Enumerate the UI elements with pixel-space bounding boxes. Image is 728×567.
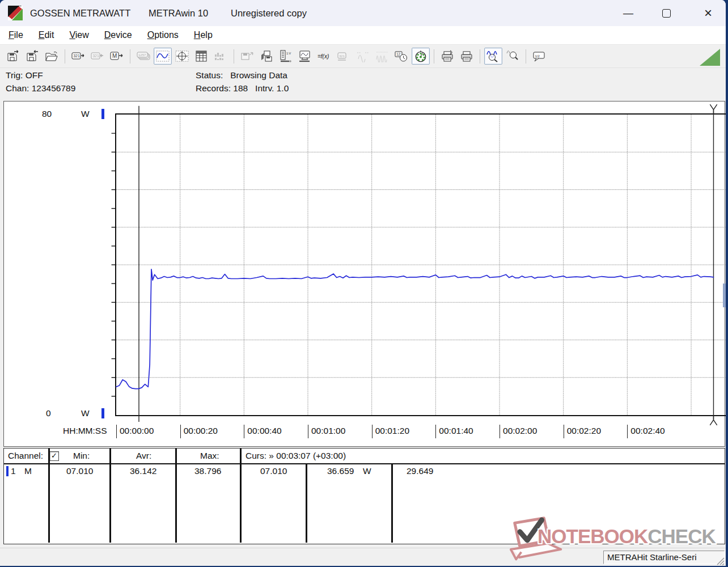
col-max: Max: xyxy=(200,451,219,461)
table-view-button[interactable] xyxy=(192,48,210,65)
wave-single-button xyxy=(354,48,372,65)
toolbar: 321321M12571:V=f(x)321121/2 xyxy=(0,45,726,68)
xy-scope-button[interactable] xyxy=(173,48,191,65)
toolbar-separator xyxy=(130,49,130,64)
svg-text:321: 321 xyxy=(339,54,345,58)
display-write-icon: 321 xyxy=(91,50,104,62)
toolbar-separator xyxy=(434,49,434,64)
min-value: 07.010 xyxy=(66,466,93,476)
device-store-button[interactable] xyxy=(257,48,276,65)
menu-edit[interactable]: Edit xyxy=(32,28,61,42)
x-axis-labels: HH:MM:SS 00:00:0000:00:2000:00:4000:01:0… xyxy=(4,425,725,439)
note-icon: 1/2 xyxy=(532,50,546,62)
target-button[interactable] xyxy=(412,48,430,65)
menu-options[interactable]: Options xyxy=(141,28,185,42)
formula-button[interactable]: =f(x) xyxy=(315,48,333,65)
trigger-status: Trig: OFF xyxy=(6,70,43,81)
cursor2-value: 36.659 xyxy=(327,466,354,476)
formula-icon: =f(x) xyxy=(318,50,331,62)
menu-device[interactable]: Device xyxy=(98,28,138,42)
close-button[interactable]: × xyxy=(695,0,721,26)
cursor-delta-value: 29.649 xyxy=(407,466,433,476)
svg-text:12: 12 xyxy=(396,52,401,56)
col-cursor: Curs: » 00:03:07 (+03:00) xyxy=(246,451,346,461)
x-tick-label: 00:02:00 xyxy=(500,425,537,438)
note-button[interactable]: 1/2 xyxy=(530,48,548,65)
svg-text:321: 321 xyxy=(92,54,99,58)
svg-text:M: M xyxy=(112,53,117,59)
minimize-button[interactable]: — xyxy=(615,0,641,26)
clock-button[interactable]: 12 xyxy=(392,48,410,65)
line-chart-button[interactable] xyxy=(154,48,172,65)
svg-text:1:V: 1:V xyxy=(286,52,291,55)
floppy-import-button[interactable] xyxy=(23,48,41,65)
folder-open-button[interactable] xyxy=(43,48,61,65)
divider xyxy=(306,464,307,543)
numeric-display-icon: 1257 xyxy=(137,50,150,62)
y-max-label: 80 xyxy=(42,109,52,119)
toolbar-separator xyxy=(526,49,526,64)
resize-grip[interactable] xyxy=(717,557,725,565)
wave-multi-icon xyxy=(375,50,389,62)
plot-area[interactable] xyxy=(115,113,726,416)
x-tick-label: 00:02:40 xyxy=(627,425,664,438)
avr-value: 36.142 xyxy=(130,466,156,476)
max-value: 38.796 xyxy=(194,466,221,476)
menu-help[interactable]: Help xyxy=(188,28,219,42)
memory-read-button[interactable]: M xyxy=(108,48,126,65)
app-logo-icon xyxy=(8,6,23,20)
channel1-power-trace xyxy=(116,269,713,389)
y-unit-label-top: W xyxy=(81,109,90,119)
floppy-export-button[interactable] xyxy=(4,48,22,65)
acquisition-status-panel: Trig: OFF Chan: 123456789 Status: Browsi… xyxy=(0,68,726,102)
toolbar-separator xyxy=(480,49,480,64)
floppy-export-icon xyxy=(6,50,20,62)
histogram-button xyxy=(211,48,230,65)
measurement-table: Channel: ✓ Min: Avr: Max: Curs: » 00:03:… xyxy=(3,448,725,544)
status-bar: METRAHit Starline-Seri xyxy=(0,548,726,566)
x-tick-label: 00:02:20 xyxy=(564,425,601,438)
print-preview-icon xyxy=(441,50,454,62)
channel-marker-bottom xyxy=(101,408,104,418)
zoom-chart-button[interactable] xyxy=(484,48,502,65)
chart-panel: 80 W 0 W HH:MM:SS 00:00:0000:00:2000:00:… xyxy=(3,101,725,447)
display-small-button: 321 xyxy=(335,48,353,65)
table-header-row: Channel: ✓ Min: Avr: Max: Curs: » 00:03:… xyxy=(4,448,725,464)
floppy-import-icon xyxy=(26,50,39,62)
col-channel: Channel: xyxy=(8,451,43,461)
maximize-button[interactable] xyxy=(653,0,679,26)
toolbar-separator xyxy=(234,49,234,64)
device-name-field: METRAHit Starline-Seri xyxy=(603,551,725,564)
channel-color-bar xyxy=(6,466,9,476)
title-bar: GOSSEN METRAWATT METRAwin 10 Unregistere… xyxy=(0,0,726,26)
export-file-icon xyxy=(240,50,254,62)
line-chart-icon xyxy=(156,50,170,62)
xy-scope-icon xyxy=(175,50,189,62)
channel-checkbox[interactable]: ✓ xyxy=(49,451,59,461)
print-preview-button[interactable] xyxy=(438,48,456,65)
display-small-icon: 321 xyxy=(337,50,350,62)
print-button[interactable] xyxy=(458,48,476,65)
power-trend-chart[interactable] xyxy=(116,115,726,415)
channel-config-icon: 1:V xyxy=(279,50,293,62)
divider xyxy=(48,448,50,543)
export-file-button xyxy=(238,48,256,65)
channel-status: Chan: 123456789 xyxy=(6,83,75,94)
numeric-display-button: 1257 xyxy=(134,48,153,65)
zoom-off-button[interactable] xyxy=(503,48,522,65)
menu-file[interactable]: File xyxy=(2,28,29,42)
cursor-2-bottom-handle xyxy=(710,415,717,425)
divider xyxy=(175,448,177,543)
table-view-icon xyxy=(194,50,208,62)
svg-text:321: 321 xyxy=(73,54,80,58)
display-read-button[interactable]: 321 xyxy=(69,48,87,65)
cursor2-unit: W xyxy=(363,466,371,476)
toolbar-separator xyxy=(65,49,65,64)
menu-view[interactable]: View xyxy=(63,28,95,42)
svg-text:=f(x): =f(x) xyxy=(318,53,329,60)
x-tick-label: 00:00:00 xyxy=(116,425,154,438)
channel-config-button[interactable]: 1:V xyxy=(277,48,295,65)
device-store-icon xyxy=(260,50,273,62)
monitor-online-button[interactable] xyxy=(296,48,314,65)
channel-mode: M xyxy=(24,466,32,476)
